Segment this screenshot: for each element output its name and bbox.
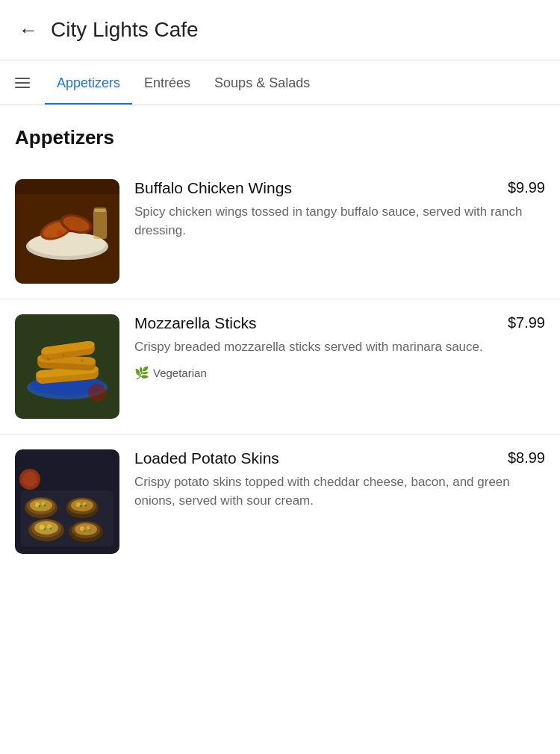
svg-rect-10 (94, 208, 106, 212)
svg-point-46 (44, 529, 46, 531)
menu-icon[interactable] (12, 64, 33, 102)
svg-point-22 (62, 354, 65, 357)
svg-point-36 (71, 499, 93, 511)
svg-point-43 (34, 521, 58, 535)
page-title: City Lights Cafe (51, 18, 199, 42)
loaded-potato-skins-info: Loaded Potato Skins $8.99 Crispy potato … (119, 449, 545, 516)
loaded-potato-skins-header: Loaded Potato Skins $8.99 (134, 449, 545, 467)
menu-line-2 (15, 82, 30, 84)
menu-line-1 (15, 78, 30, 79)
menu-list: Buffalo Chicken Wings $9.99 Spicy chicke… (0, 164, 560, 569)
buffalo-chicken-wings-image (15, 179, 119, 284)
svg-point-47 (50, 528, 52, 530)
menu-line-3 (15, 87, 30, 88)
svg-rect-9 (93, 209, 107, 239)
menu-item-loaded-potato-skins[interactable]: Loaded Potato Skins $8.99 Crispy potato … (0, 434, 560, 569)
svg-point-21 (47, 358, 50, 361)
svg-point-50 (75, 523, 97, 535)
buffalo-chicken-wings-name: Buffalo Chicken Wings (134, 179, 502, 197)
mozzarella-sticks-name: Mozzarella Sticks (134, 314, 502, 332)
svg-point-54 (89, 529, 91, 532)
mozzarella-sticks-description: Crispy breaded mozzarella sticks served … (134, 338, 545, 357)
menu-item-mozzarella-sticks[interactable]: Mozzarella Sticks $7.99 Crispy breaded m… (0, 299, 560, 434)
mozzarella-sticks-header: Mozzarella Sticks $7.99 (134, 314, 545, 332)
svg-point-56 (22, 472, 37, 487)
svg-point-32 (39, 505, 41, 508)
header: ← City Lights Cafe (0, 0, 560, 60)
svg-rect-11 (15, 179, 119, 194)
svg-point-8 (69, 225, 73, 230)
loaded-potato-skins-image (15, 449, 119, 554)
svg-point-23 (81, 359, 84, 362)
mozzarella-sticks-info: Mozzarella Sticks $7.99 Crispy breaded m… (119, 314, 545, 380)
buffalo-chicken-wings-price: $9.99 (508, 179, 545, 196)
svg-point-33 (44, 505, 46, 507)
back-arrow-icon: ← (19, 19, 38, 42)
tab-entrees[interactable]: Entrées (132, 60, 202, 105)
back-button[interactable]: ← (12, 13, 45, 46)
mozzarella-sticks-price: $7.99 (508, 314, 545, 331)
tab-soups-salads[interactable]: Soups & Salads (202, 60, 322, 105)
menu-item-buffalo-chicken-wings[interactable]: Buffalo Chicken Wings $9.99 Spicy chicke… (0, 164, 560, 299)
svg-point-44 (40, 525, 45, 530)
buffalo-chicken-wings-info: Buffalo Chicken Wings $9.99 Spicy chicke… (119, 179, 545, 246)
svg-point-53 (84, 530, 86, 532)
tab-appetizers[interactable]: Appetizers (45, 60, 132, 105)
leaf-icon: 🌿 (134, 366, 149, 380)
tabs-nav: Appetizers Entrées Soups & Salads (0, 60, 560, 105)
loaded-potato-skins-price: $8.99 (508, 449, 545, 467)
vegetarian-label: Vegetarian (153, 367, 207, 379)
section-title: Appetizers (0, 105, 560, 164)
svg-point-24 (88, 384, 106, 402)
loaded-potato-skins-description: Crispy potato skins topped with cheddar … (134, 473, 545, 510)
buffalo-chicken-wings-header: Buffalo Chicken Wings $9.99 (134, 179, 545, 197)
svg-point-39 (80, 505, 82, 508)
buffalo-chicken-wings-description: Spicy chicken wings tossed in tangy buff… (134, 203, 545, 240)
svg-point-7 (57, 230, 63, 236)
mozzarella-sticks-image (15, 314, 119, 419)
svg-point-29 (30, 499, 52, 511)
loaded-potato-skins-name: Loaded Potato Skins (134, 449, 502, 467)
vegetarian-badge: 🌿 Vegetarian (134, 366, 207, 380)
svg-point-40 (85, 505, 87, 507)
